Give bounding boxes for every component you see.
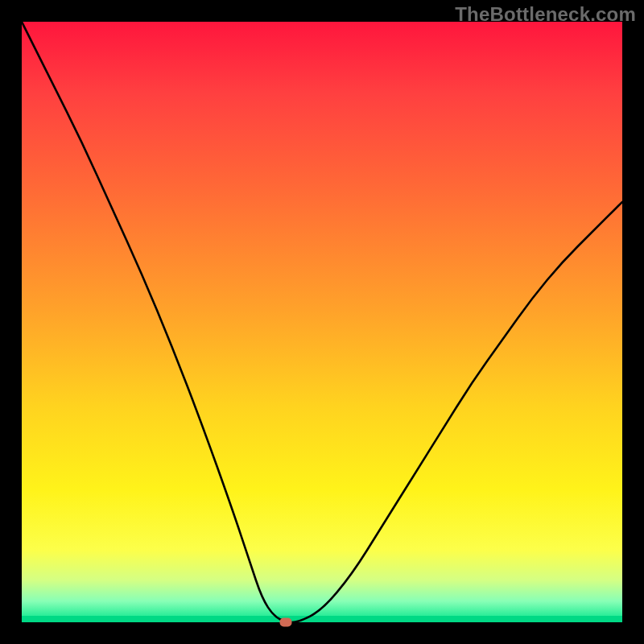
watermark-text: TheBottleneck.com [455,3,636,26]
bottleneck-curve [22,22,622,622]
plot-area [22,22,622,622]
chart-frame: TheBottleneck.com [0,0,644,644]
optimal-point-marker [280,618,292,627]
curve-svg [22,22,622,622]
